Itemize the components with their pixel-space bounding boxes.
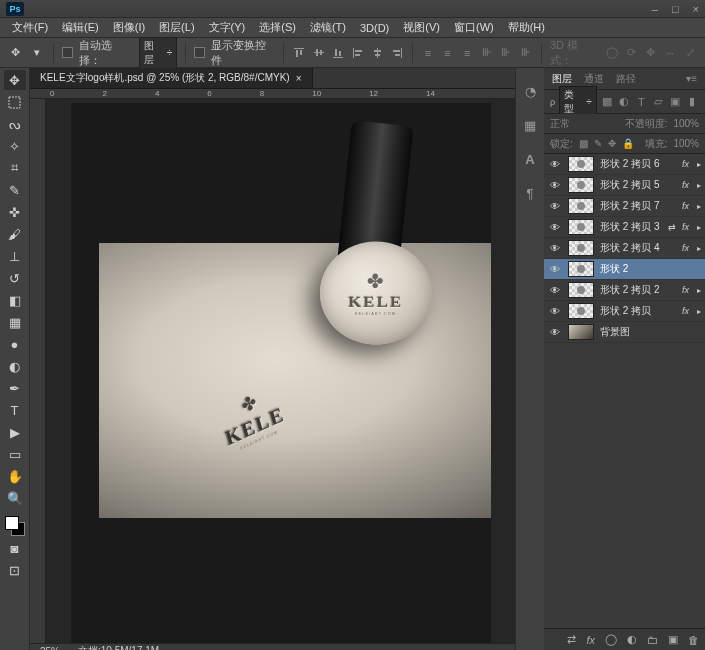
- maximize-button[interactable]: □: [672, 3, 679, 15]
- layer-thumb[interactable]: [568, 324, 594, 340]
- menu-select[interactable]: 选择(S): [259, 20, 296, 35]
- layer-fx-icon[interactable]: fx: [586, 634, 595, 646]
- filter-pixel-icon[interactable]: ▩: [601, 95, 614, 109]
- auto-select-checkbox[interactable]: [62, 47, 73, 58]
- align-left-icon[interactable]: [351, 46, 365, 60]
- layer-row[interactable]: 👁形状 2 拷贝 2fx▸: [544, 280, 705, 301]
- shape-tool[interactable]: ▭: [4, 444, 26, 464]
- fx-expand-icon[interactable]: ▸: [697, 307, 701, 316]
- char-panel-icon[interactable]: A: [521, 150, 539, 168]
- visibility-icon[interactable]: 👁: [548, 306, 562, 317]
- lock-pos-icon[interactable]: ✥: [608, 138, 616, 149]
- dist-right-icon[interactable]: ⊪: [519, 46, 533, 60]
- layer-thumb[interactable]: [568, 240, 594, 256]
- filter-toggle-icon[interactable]: ▮: [686, 95, 699, 109]
- show-transform-checkbox[interactable]: [194, 47, 205, 58]
- visibility-icon[interactable]: 👁: [548, 159, 562, 170]
- fx-expand-icon[interactable]: ▸: [697, 202, 701, 211]
- menu-type[interactable]: 文字(Y): [209, 20, 246, 35]
- move-tool[interactable]: ✥: [4, 70, 26, 90]
- menu-layer[interactable]: 图层(L): [159, 20, 194, 35]
- visibility-icon[interactable]: 👁: [548, 180, 562, 191]
- fx-badge[interactable]: fx: [682, 159, 689, 169]
- menu-help[interactable]: 帮助(H): [508, 20, 545, 35]
- layer-thumb[interactable]: [568, 177, 594, 193]
- menu-file[interactable]: 文件(F): [12, 20, 48, 35]
- layer-row[interactable]: 👁形状 2 拷贝 7fx▸: [544, 196, 705, 217]
- quickmask-tool[interactable]: ◙: [4, 538, 26, 558]
- healing-tool[interactable]: ✜: [4, 202, 26, 222]
- status-arrow-icon[interactable]: ▸: [177, 646, 182, 651]
- visibility-icon[interactable]: 👁: [548, 222, 562, 233]
- pen-tool[interactable]: ✒: [4, 378, 26, 398]
- layer-row[interactable]: 👁形状 2 拷贝 6fx▸: [544, 154, 705, 175]
- filter-kind-select[interactable]: 类型÷: [559, 86, 597, 118]
- screenmode-tool[interactable]: ⊡: [4, 560, 26, 580]
- new-layer-icon[interactable]: ▣: [668, 633, 678, 646]
- color-swatches[interactable]: [5, 516, 25, 536]
- opacity-value[interactable]: 100%: [673, 118, 699, 129]
- fx-badge[interactable]: fx: [682, 306, 689, 316]
- tab-close-icon[interactable]: ×: [296, 73, 302, 84]
- brush-tool[interactable]: 🖌: [4, 224, 26, 244]
- filter-smart-icon[interactable]: ▣: [669, 95, 682, 109]
- filter-shape-icon[interactable]: ▱: [652, 95, 665, 109]
- lock-trans-icon[interactable]: ▩: [579, 138, 588, 149]
- auto-select-target[interactable]: 图层÷: [139, 37, 178, 69]
- zoom-tool[interactable]: 🔍: [4, 488, 26, 508]
- blur-tool[interactable]: ●: [4, 334, 26, 354]
- align-vcenter-icon[interactable]: [312, 46, 326, 60]
- para-panel-icon[interactable]: ¶: [521, 184, 539, 202]
- adjust-layer-icon[interactable]: ◐: [627, 633, 637, 646]
- lock-paint-icon[interactable]: ✎: [594, 138, 602, 149]
- blend-mode-select[interactable]: 正常: [550, 117, 570, 131]
- lock-all-icon[interactable]: 🔒: [622, 138, 634, 149]
- align-right-icon[interactable]: [390, 46, 404, 60]
- link-layers-icon[interactable]: ⇄: [567, 633, 576, 646]
- menu-image[interactable]: 图像(I): [113, 20, 145, 35]
- dist-hcenter-icon[interactable]: ⊪: [500, 46, 514, 60]
- close-button[interactable]: ×: [693, 3, 699, 15]
- canvas[interactable]: ✤ KELE KELE/ART.COM ✤ KELE KELE/ART.COM: [71, 103, 491, 643]
- minimize-button[interactable]: –: [652, 3, 658, 15]
- visibility-icon[interactable]: 👁: [548, 201, 562, 212]
- history-brush-tool[interactable]: ↺: [4, 268, 26, 288]
- layer-thumb[interactable]: [568, 303, 594, 319]
- zoom-level[interactable]: 25%: [40, 646, 60, 651]
- lasso-tool[interactable]: ᔓ: [4, 114, 26, 134]
- panel-menu-icon[interactable]: ▾≡: [686, 73, 697, 84]
- layer-mask-icon[interactable]: ◯: [605, 633, 617, 646]
- layer-thumb[interactable]: [568, 261, 594, 277]
- type-tool[interactable]: T: [4, 400, 26, 420]
- wand-tool[interactable]: ✧: [4, 136, 26, 156]
- eyedropper-tool[interactable]: ✎: [4, 180, 26, 200]
- fx-expand-icon[interactable]: ▸: [697, 223, 701, 232]
- align-bottom-icon[interactable]: [332, 46, 346, 60]
- layer-row[interactable]: 👁形状 2 拷贝fx▸: [544, 301, 705, 322]
- dist-bottom-icon[interactable]: ≡: [460, 46, 474, 60]
- fx-badge[interactable]: fx: [682, 243, 689, 253]
- visibility-icon[interactable]: 👁: [548, 264, 562, 275]
- filter-type-icon[interactable]: T: [635, 95, 648, 109]
- visibility-icon[interactable]: 👁: [548, 243, 562, 254]
- canvas-viewport[interactable]: ✤ KELE KELE/ART.COM ✤ KELE KELE/ART.COM: [46, 99, 515, 643]
- visibility-icon[interactable]: 👁: [548, 285, 562, 296]
- tab-paths[interactable]: 路径: [616, 72, 636, 86]
- menu-edit[interactable]: 编辑(E): [62, 20, 99, 35]
- swatches-panel-icon[interactable]: ▦: [521, 116, 539, 134]
- fx-expand-icon[interactable]: ▸: [697, 286, 701, 295]
- layer-thumb[interactable]: [568, 156, 594, 172]
- fx-badge[interactable]: fx: [682, 222, 689, 232]
- crop-tool[interactable]: ⌗: [4, 158, 26, 178]
- fx-expand-icon[interactable]: ▸: [697, 181, 701, 190]
- layer-thumb[interactable]: [568, 219, 594, 235]
- layer-row[interactable]: 👁形状 2 拷贝 4fx▸: [544, 238, 705, 259]
- filter-adjust-icon[interactable]: ◐: [618, 95, 631, 109]
- fx-badge[interactable]: fx: [682, 180, 689, 190]
- fx-expand-icon[interactable]: ▸: [697, 244, 701, 253]
- menu-view[interactable]: 视图(V): [403, 20, 440, 35]
- menu-window[interactable]: 窗口(W): [454, 20, 494, 35]
- gradient-tool[interactable]: ▦: [4, 312, 26, 332]
- tab-layers[interactable]: 图层: [552, 72, 572, 86]
- delete-layer-icon[interactable]: 🗑: [688, 634, 699, 646]
